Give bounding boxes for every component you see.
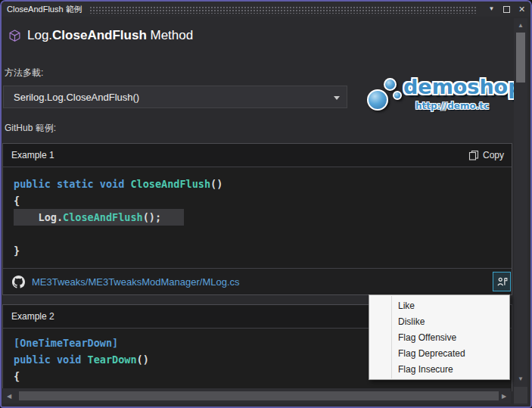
menu-item-flag-insecure[interactable]: Flag Insecure bbox=[369, 362, 509, 378]
menu-items: LikeDislikeFlag OffensiveFlag Deprecated… bbox=[369, 298, 509, 378]
scroll-up-icon[interactable]: ▲ bbox=[514, 20, 527, 31]
menu-item-flag-deprecated[interactable]: Flag Deprecated bbox=[369, 346, 509, 362]
overload-selected-value: Serilog.Log.CloseAndFlush() bbox=[14, 92, 139, 103]
copy-label: Copy bbox=[483, 150, 504, 160]
example-1-header: Example 1 Copy bbox=[3, 144, 512, 167]
copy-icon bbox=[468, 150, 479, 160]
scroll-left-icon[interactable]: ◀ bbox=[3, 388, 15, 403]
scroll-down-icon[interactable]: ▼ bbox=[514, 373, 527, 385]
window-menu-button[interactable]: ▼ bbox=[485, 3, 498, 15]
menu-item-dislike[interactable]: Dislike bbox=[369, 314, 509, 330]
code-line: Log.CloseAndFlush(); bbox=[14, 209, 512, 226]
horizontal-scrollbar[interactable]: ◀ ▶ bbox=[2, 388, 511, 403]
vertical-scrollbar[interactable]: ▲ ▼ bbox=[514, 18, 527, 405]
close-icon: ✕ bbox=[518, 5, 525, 14]
menu-item-flag-offensive[interactable]: Flag Offensive bbox=[369, 330, 509, 346]
combobox-arrow-icon bbox=[334, 96, 340, 100]
example-1-panel: Example 1 Copy public static void CloseA… bbox=[2, 143, 512, 295]
molecule-icon bbox=[366, 77, 405, 115]
scroll-right-icon[interactable]: ▶ bbox=[498, 388, 510, 403]
code-line: } bbox=[14, 242, 512, 259]
content-area: Log.CloseAndFlush Method 方法多載: Serilog.L… bbox=[2, 17, 530, 406]
close-button[interactable]: ✕ bbox=[515, 3, 528, 15]
title-bar: CloseAndFlush 範例 ▼ ✕ bbox=[2, 2, 530, 17]
method-cube-icon bbox=[8, 30, 21, 42]
menu-icon-gutter bbox=[391, 296, 392, 378]
maximize-button[interactable] bbox=[500, 3, 513, 15]
example-1-title: Example 1 bbox=[11, 150, 54, 160]
github-examples-label: GitHub 範例: bbox=[5, 122, 56, 135]
horizontal-scroll-thumb[interactable] bbox=[19, 391, 499, 400]
logo-url: http://demo.tc bbox=[415, 101, 489, 111]
github-icon bbox=[12, 276, 25, 288]
copy-button[interactable]: Copy bbox=[468, 144, 504, 167]
menu-item-like[interactable]: Like bbox=[369, 298, 509, 314]
page-title-text: Log.CloseAndFlush Method bbox=[27, 28, 193, 43]
code-line: public static void CloseAndFlush() bbox=[14, 176, 512, 192]
overload-combobox[interactable]: Serilog.Log.CloseAndFlush() bbox=[3, 86, 347, 108]
logo-title: demoshop bbox=[403, 75, 523, 98]
person-flag-icon bbox=[496, 276, 508, 288]
vertical-scroll-thumb[interactable] bbox=[516, 33, 525, 83]
example-1-code: public static void CloseAndFlush(){ Log.… bbox=[3, 167, 512, 259]
maximize-icon bbox=[503, 6, 510, 13]
feedback-context-menu: LikeDislikeFlag OffensiveFlag Deprecated… bbox=[369, 294, 510, 380]
code-line: { bbox=[14, 192, 512, 209]
source-link[interactable]: ME3Tweaks/ME3TweaksModManager/MLog.cs bbox=[32, 276, 240, 288]
scrollbar-corner bbox=[514, 387, 527, 403]
code-line bbox=[14, 226, 512, 242]
overload-label: 方法多載: bbox=[5, 67, 43, 79]
example-2-title: Example 2 bbox=[11, 311, 54, 322]
window-title: CloseAndFlush 範例 bbox=[2, 4, 82, 15]
page-title: Log.CloseAndFlush Method bbox=[8, 28, 193, 43]
tool-window: CloseAndFlush 範例 ▼ ✕ Log.CloseAndFlush M… bbox=[0, 0, 532, 408]
drag-grip[interactable] bbox=[89, 5, 478, 14]
demoshop-logo: demoshop http://demo.tc bbox=[366, 73, 498, 123]
chevron-down-icon: ▼ bbox=[489, 6, 495, 12]
feedback-flag-button[interactable] bbox=[493, 272, 511, 291]
example-1-footer: ME3Tweaks/ME3TweaksModManager/MLog.cs bbox=[3, 268, 512, 294]
